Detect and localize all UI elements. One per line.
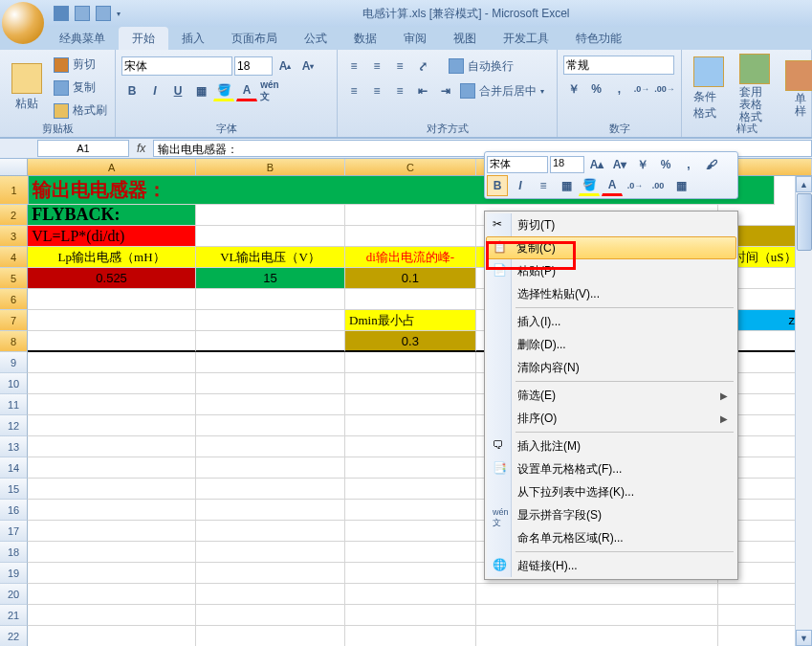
cell-A6[interactable] [28,289,196,310]
cond-format-button[interactable]: 条件格式 [688,52,730,126]
row-header-10[interactable]: 10 [0,373,28,394]
mini-fill-color[interactable]: 🪣 [579,175,600,196]
copy-button[interactable]: 复制 [52,78,109,99]
indent-decrease-button[interactable]: ⇤ [412,80,433,101]
vertical-scrollbar[interactable]: ▲ ▼ [795,176,812,646]
menu-cut[interactable]: ✂剪切(T) [487,213,735,236]
cell-B4[interactable]: VL输出电压（V） [196,247,345,268]
cell-styles-button[interactable]: 单 样 [779,52,812,126]
tab-special[interactable]: 特色功能 [562,27,635,50]
fx-icon[interactable]: fx [129,142,153,155]
row-header-18[interactable]: 18 [0,542,28,563]
align-center-button[interactable]: ≡ [366,80,387,101]
cell-A3[interactable]: VL=LP*(di/dt) [28,226,196,247]
mini-border[interactable]: ▦ [556,175,577,196]
tab-review[interactable]: 审阅 [390,27,440,50]
cell-B2[interactable] [196,205,345,226]
menu-paste-special[interactable]: 选择性粘贴(V)... [487,282,735,305]
menu-name-range[interactable]: 命名单元格区域(R)... [487,526,735,549]
menu-filter[interactable]: 筛选(E)▶ [487,384,735,407]
row-header-20[interactable]: 20 [0,584,28,605]
cell-B3[interactable] [196,226,345,247]
tab-formulas[interactable]: 公式 [291,27,340,50]
cell-A8[interactable] [28,331,196,352]
row-header-14[interactable]: 14 [0,457,28,479]
row-header-21[interactable]: 21 [0,605,28,626]
percent-button[interactable]: % [586,78,607,100]
redo-icon[interactable] [96,6,111,21]
row-header-19[interactable]: 19 [0,563,28,584]
menu-insert-comment[interactable]: 🗨插入批注(M) [487,434,735,457]
menu-pick-list[interactable]: 从下拉列表中选择(K)... [487,480,735,503]
row-header-9[interactable]: 9 [0,352,28,373]
row-header-16[interactable]: 16 [0,500,28,521]
scroll-thumb[interactable] [797,193,812,251]
menu-format-cells[interactable]: 📑设置单元格格式(F)... [487,457,735,480]
cell-B7[interactable] [196,310,345,331]
menu-copy[interactable]: 📋复制(C) [486,236,736,259]
number-format-combo[interactable]: 常规 [563,56,674,75]
row-header-1[interactable]: 1 [0,176,29,205]
row-header-2[interactable]: 2 [0,205,28,226]
cell-C6[interactable] [345,289,476,310]
mini-inc-decimal[interactable]: .0→ [625,175,646,196]
scroll-up-icon[interactable]: ▲ [796,176,812,192]
mini-font-name[interactable]: 宋体 [487,156,548,173]
select-all-corner[interactable] [0,159,28,175]
cell-B5[interactable]: 15 [196,268,345,289]
mini-dec-decimal[interactable]: .00 [647,175,669,196]
mini-bold[interactable]: B [487,175,508,196]
row-header-8[interactable]: 8 [0,331,28,352]
menu-clear[interactable]: 清除内容(N) [487,356,735,379]
dec-decimal-button[interactable]: .00→ [654,78,675,100]
grow-font-button[interactable]: A▴ [274,56,296,77]
indent-increase-button[interactable]: ⇥ [435,80,456,101]
tab-classic[interactable]: 经典菜单 [46,27,119,50]
mini-grow-font[interactable]: A▴ [586,154,607,175]
cell-B6[interactable] [196,289,345,310]
phonetic-button[interactable]: wén文 [259,80,280,101]
cell-B8[interactable] [196,331,345,352]
align-left-button[interactable]: ≡ [343,80,364,101]
col-header-A[interactable]: A [28,159,196,175]
mini-shrink-font[interactable]: A▾ [609,154,630,175]
wrap-text-button[interactable]: 自动换行 [447,56,516,77]
mini-font-color[interactable]: A [602,175,623,196]
tab-layout[interactable]: 页面布局 [218,27,291,50]
font-size-combo[interactable]: 18 [234,56,273,76]
font-name-combo[interactable]: 宋体 [121,56,232,76]
row-header-6[interactable]: 6 [0,289,28,310]
row-header-4[interactable]: 4 [0,247,28,268]
merge-center-button[interactable]: 合并后居中▾ [458,80,546,101]
col-header-B[interactable]: B [196,159,345,175]
tab-view[interactable]: 视图 [440,27,490,50]
align-bottom-button[interactable]: ≡ [389,56,410,77]
tab-data[interactable]: 数据 [340,27,390,50]
comma-button[interactable]: , [609,78,630,100]
menu-paste[interactable]: 📄粘贴(P) [487,259,735,282]
mini-italic[interactable]: I [510,175,531,196]
cell-A4[interactable]: Lp输出电感（mH） [28,247,196,268]
menu-delete[interactable]: 删除(D)... [487,333,735,356]
row-header-13[interactable]: 13 [0,436,28,457]
cell-C7[interactable]: Dmin最小占 [345,310,476,331]
mini-merge[interactable]: ▦ [670,175,691,196]
name-box[interactable] [37,140,129,157]
mini-currency[interactable]: ￥ [632,154,653,175]
row-header-22[interactable]: 22 [0,626,28,646]
office-button[interactable] [2,2,44,44]
align-middle-button[interactable]: ≡ [366,56,387,77]
cell-C4[interactable]: di输出电流的峰- [345,247,476,268]
paste-button[interactable]: 粘贴 [6,52,48,123]
underline-button[interactable]: U [167,80,188,101]
format-painter-button[interactable]: 格式刷 [52,100,109,122]
mini-comma[interactable]: , [678,154,699,175]
cell-A7[interactable] [28,310,196,331]
border-button[interactable]: ▦ [190,80,211,101]
cell-C3[interactable] [345,226,476,247]
align-top-button[interactable]: ≡ [343,56,364,77]
tab-insert[interactable]: 插入 [168,27,218,50]
mini-format-painter[interactable]: 🖌 [701,154,722,175]
row-header-11[interactable]: 11 [0,394,28,415]
row-header-17[interactable]: 17 [0,521,28,542]
